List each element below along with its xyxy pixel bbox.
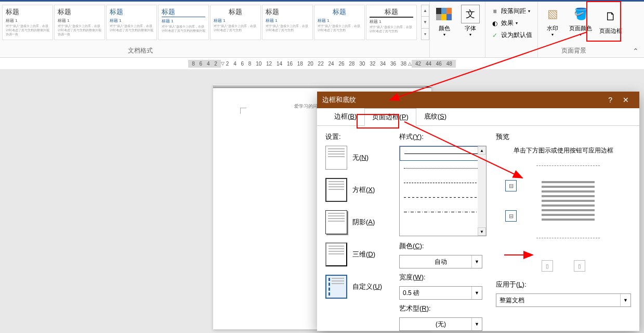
dialog-body: 设置: 无(N) 方框(X) 阴影(A) — [317, 126, 639, 330]
fonts-button[interactable]: 文 字体 ▾ — [459, 4, 482, 38]
dropdown-icon: ▾ — [516, 21, 518, 25]
page-border-button[interactable]: 🗋 页面边框 — [597, 4, 624, 38]
check-icon: ✓ — [491, 31, 499, 40]
ruler-indent-marker-right[interactable]: △ — [408, 61, 412, 66]
dialog-titlebar[interactable]: 边框和底纹 ? ✕ — [317, 92, 639, 108]
preview-label: 预览 — [496, 132, 631, 142]
style-item-solid[interactable] — [400, 146, 486, 161]
gallery-more-icon[interactable]: ▾ — [422, 29, 429, 40]
effects-button[interactable]: ◐ 效果 ▾ — [489, 18, 520, 29]
ribbon-group-colors-fonts: 颜色 ▾ 文 字体 ▾ — [429, 2, 485, 57]
ruler-margin-right: 42 44 46 48 — [412, 60, 456, 68]
setting-box-thumb — [325, 178, 347, 202]
paragraph-spacing-button[interactable]: ≡ 段落间距 ▾ — [489, 6, 532, 17]
setting-custom[interactable]: 自定义(U) — [325, 275, 390, 299]
preview-page[interactable] — [536, 165, 600, 238]
tab-page-border[interactable]: 页面边框(P) — [364, 108, 416, 126]
style-scrollbar[interactable]: ▲ ▼ — [478, 146, 486, 236]
set-default-button[interactable]: ✓ 设为默认值 — [489, 30, 534, 41]
style-item-6[interactable]: 标题 标题 1 对于"插入"选项卡上的库，在设计时考虑了其与文档 — [262, 5, 313, 40]
style-item-dash-dot[interactable] — [400, 204, 486, 219]
colors-button[interactable]: 颜色 ▾ — [433, 4, 456, 38]
watermark-icon: ▧ — [543, 5, 562, 23]
style-label: 样式(Y): — [399, 132, 487, 142]
setting-shadow[interactable]: 阴影(A) — [325, 210, 390, 234]
dropdown-icon: ▾ — [551, 32, 554, 37]
gallery-up-icon[interactable]: ▲ — [422, 5, 429, 17]
setting-threed-thumb — [325, 242, 347, 266]
setting-threed[interactable]: 三维(D) — [325, 242, 390, 266]
dropdown-icon: ▼ — [471, 255, 482, 268]
setting-none[interactable]: 无(N) — [325, 146, 390, 170]
art-label: 艺术型(R): — [399, 304, 487, 313]
watermark-button[interactable]: ▧ 水印 ▾ — [541, 4, 564, 38]
scroll-down-icon[interactable]: ▼ — [478, 227, 486, 236]
style-column: 样式(Y): ▲ — [399, 132, 487, 324]
ruler-margin-left: 8 6 4 2 — [188, 60, 221, 68]
style-item-3[interactable]: 标题 标题 1 对于"插入"选项卡上的库，在设计时考虑了其与文档的整体外观 — [106, 5, 157, 40]
page-border-icon: 🗋 — [601, 7, 620, 26]
paragraph-spacing-icon: ≡ — [491, 7, 499, 16]
style-item-7[interactable]: 标题 标题 1 对于"插入"选项卡上的库，在设计时考虑了其与文档 — [314, 5, 365, 40]
setting-custom-thumb — [325, 275, 347, 299]
help-button[interactable]: ? — [603, 96, 617, 104]
dropdown-icon: ▼ — [471, 318, 482, 330]
ruler-indent-marker[interactable]: ▽ — [221, 61, 225, 66]
style-item-5[interactable]: 标题 标题 1 对于"插入"选项卡上的库，在设计时考虑了其与文档 — [210, 5, 261, 40]
style-listbox[interactable]: ▲ ▼ — [399, 146, 487, 236]
ruler: 8 6 4 2 ▽ 2 4 6 8 10 12 14 16 18 20 22 2… — [0, 58, 644, 69]
preview-hint: 单击下方图示或使用按钮可应用边框 — [496, 146, 631, 155]
width-combo[interactable]: 0.5 磅 ▼ — [399, 286, 482, 300]
border-right-button[interactable]: ▯ — [574, 260, 585, 272]
art-combo[interactable]: (无) ▼ — [399, 317, 482, 331]
border-top-button[interactable]: ⊟ — [505, 180, 517, 191]
dialog-tabs: 边框(B) 页面边框(P) 底纹(S) — [317, 108, 639, 126]
setting-shadow-thumb — [325, 210, 347, 234]
page-color-button[interactable]: 🪣 页面颜色 ▾ — [567, 4, 594, 38]
page-color-icon: 🪣 — [571, 5, 590, 23]
dropdown-icon: ▾ — [528, 9, 530, 14]
section-label-styles: 文档格式 — [128, 46, 153, 55]
styles-gallery-scroll: ▲ ▼ ▾ — [421, 5, 429, 40]
style-item-2[interactable]: 标题 标题 1 对于"插入"选项卡上的库，在设计时考虑了其与文档的整体外观协调一… — [54, 5, 105, 40]
dialog-title: 边框和底纹 — [322, 95, 356, 105]
borders-shading-dialog: 边框和底纹 ? ✕ 边框(B) 页面边框(P) 底纹(S) 设置: 无(N) — [317, 92, 639, 331]
settings-label: 设置: — [325, 132, 390, 142]
tab-border[interactable]: 边框(B) — [326, 108, 364, 125]
style-item-4[interactable]: 标题 标题 1 对于"插入"选项卡上的库，在设计时考虑了其与文档的整体外观 — [158, 5, 209, 40]
preview-side-buttons: ▯ ▯ — [496, 260, 631, 272]
effects-icon: ◐ — [491, 19, 499, 28]
gallery-down-icon[interactable]: ▼ — [422, 17, 429, 28]
styles-gallery: 标题 标题 1 对于"插入"选项卡上的库，在设计时考虑了其与文档的整体外观协调一… — [0, 2, 421, 57]
style-item-dotted[interactable] — [400, 161, 486, 175]
dropdown-icon: ▾ — [443, 32, 445, 37]
style-item-dash-fine[interactable] — [400, 175, 486, 190]
section-label-bg: 页面背景 — [561, 46, 586, 55]
ribbon-group-formatting: ≡ 段落间距 ▾ ◐ 效果 ▾ ✓ 设为默认值 — [485, 2, 537, 57]
style-item-8[interactable]: 标题 标题 1 对于"插入"选项卡上的库，在设计时考虑了其与文档 — [366, 5, 417, 40]
ribbon: 标题 标题 1 对于"插入"选项卡上的库，在设计时考虑了其与文档的整体外观协调一… — [0, 2, 644, 58]
tab-shading[interactable]: 底纹(S) — [416, 108, 454, 125]
border-left-button[interactable]: ▯ — [542, 260, 553, 272]
collapse-ribbon-icon[interactable]: ⌃ — [633, 47, 639, 55]
ruler-main: 2 4 6 8 10 12 14 16 18 20 22 24 26 28 30… — [225, 61, 408, 67]
style-item-1[interactable]: 标题 标题 1 对于"插入"选项卡上的库，在设计时考虑了其与文档的整体外观协调一… — [2, 5, 53, 40]
preview-box: ⊟ ⊟ — [496, 161, 631, 250]
dropdown-icon: ▾ — [469, 32, 471, 37]
width-label: 宽度(W): — [399, 273, 487, 282]
preview-column: 预览 单击下方图示或使用按钮可应用边框 ⊟ ⊟ ▯ — [496, 132, 631, 324]
style-item-dash[interactable] — [400, 190, 486, 204]
colors-icon — [436, 8, 453, 20]
settings-column: 设置: 无(N) 方框(X) 阴影(A) — [325, 132, 390, 324]
apply-label: 应用于(L): — [496, 280, 631, 289]
close-button[interactable]: ✕ — [617, 96, 634, 104]
color-label: 颜色(C): — [399, 241, 487, 251]
apply-combo[interactable]: 整篇文档 ▼ — [496, 293, 631, 307]
scroll-up-icon[interactable]: ▲ — [478, 146, 486, 155]
setting-none-thumb — [325, 146, 347, 170]
fonts-icon: 文 — [461, 5, 480, 23]
dropdown-icon: ▼ — [620, 294, 630, 306]
color-combo[interactable]: 自动 ▼ — [399, 255, 482, 268]
setting-box[interactable]: 方框(X) — [325, 178, 390, 202]
border-bottom-button[interactable]: ⊟ — [505, 210, 517, 222]
